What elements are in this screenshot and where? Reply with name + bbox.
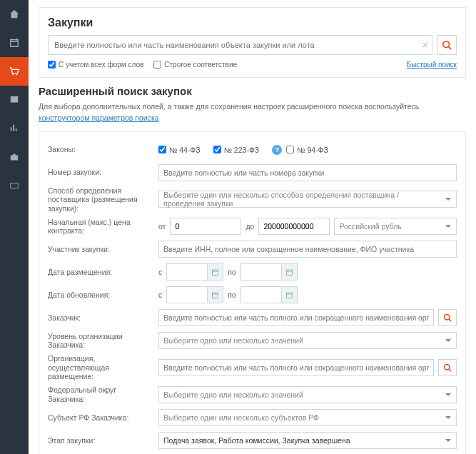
nav-chart[interactable] — [0, 114, 29, 143]
all-forms-checkbox[interactable]: С учетом всех форм слов — [48, 61, 143, 69]
quick-search-link[interactable]: Быстрый поиск — [407, 61, 457, 69]
svg-point-1 — [16, 74, 18, 76]
date-updated-from[interactable] — [166, 286, 223, 303]
svg-rect-7 — [286, 293, 292, 298]
number-input[interactable] — [158, 164, 457, 181]
calendar-icon — [207, 287, 223, 303]
label-org-level: Уровень организации Заказчика: — [48, 332, 158, 350]
clear-search-icon[interactable]: × — [422, 39, 428, 51]
district-select[interactable]: Выберите одно или несколько значений — [158, 386, 457, 403]
constructor-link[interactable]: конструктором параметров поиска — [39, 113, 159, 122]
label-district: Федеральный округ Заказчика: — [48, 385, 158, 403]
advanced-desc: Для выбора дополнительных полей, а также… — [39, 101, 466, 124]
advanced-form: Законы: № 44-ФЗ № 223-ФЗ ? № 94-ФЗ Номер… — [39, 131, 466, 455]
label-number: Номер закупки: — [48, 168, 158, 177]
label-laws: Законы: — [48, 145, 158, 154]
org-place-search-button[interactable] — [438, 359, 457, 376]
sidebar — [0, 0, 29, 454]
nav-home[interactable] — [0, 0, 29, 29]
search-input[interactable] — [48, 35, 432, 55]
org-place-input[interactable] — [158, 359, 434, 376]
date-placed-from[interactable] — [166, 263, 223, 281]
svg-rect-5 — [286, 270, 292, 276]
customer-search-button[interactable] — [438, 309, 457, 326]
date-updated-to[interactable] — [240, 286, 298, 303]
label-price: Начальная (макс.) цена контракта: — [48, 218, 158, 236]
svg-point-8 — [445, 315, 450, 321]
search-button[interactable] — [437, 35, 457, 55]
stage-select[interactable]: Подача заявок, Работа комиссии, Закупка … — [158, 432, 457, 449]
label-date-updated: Дата обновления: — [48, 291, 158, 300]
nav-book[interactable] — [0, 86, 29, 114]
law-44-checkbox[interactable]: № 44-ФЗ — [158, 146, 201, 154]
customer-input[interactable] — [158, 309, 434, 326]
currency-select[interactable]: Российский рубль — [334, 218, 457, 235]
subject-select[interactable]: Выберите один или несколько субъектов РФ — [158, 409, 457, 426]
price-to-input[interactable] — [258, 218, 330, 235]
participant-input[interactable] — [158, 241, 457, 258]
svg-point-9 — [445, 365, 450, 370]
nav-card[interactable] — [0, 171, 29, 200]
page-title: Закупки — [48, 16, 457, 29]
method-select[interactable]: Выберите один или несколько способов опр… — [158, 191, 457, 208]
advanced-title: Расширенный поиск закупок — [39, 85, 466, 97]
svg-point-0 — [12, 74, 14, 76]
svg-rect-4 — [213, 270, 218, 276]
help-icon[interactable]: ? — [272, 145, 282, 155]
label-subject: Субъект РФ Заказчика: — [48, 413, 158, 423]
calendar-icon — [207, 264, 223, 280]
label-stage: Этап закупки: — [48, 436, 158, 445]
nav-purchases[interactable] — [0, 57, 29, 86]
quick-search-section: Закупки × С учетом всех форм слов Строго… — [39, 7, 466, 78]
label-date-placed: Дата размещения: — [48, 268, 158, 277]
label-customer: Заказчик: — [48, 313, 158, 323]
nav-calendar[interactable] — [0, 29, 29, 57]
main-content: Закупки × С учетом всех форм слов Строго… — [29, 0, 476, 454]
law-223-checkbox[interactable]: № 223-ФЗ — [213, 146, 260, 154]
label-method: Способ определения поставщика (размещени… — [48, 186, 158, 213]
svg-rect-6 — [213, 293, 218, 298]
org-level-select[interactable]: Выберите одно или несколько значений — [158, 332, 457, 349]
svg-point-3 — [443, 41, 450, 48]
law-94-checkbox[interactable]: № 94-ФЗ — [286, 146, 328, 154]
strict-checkbox[interactable]: Строгое соответствие — [153, 61, 237, 69]
svg-rect-2 — [11, 183, 19, 188]
label-participant: Участник закупки: — [48, 245, 158, 254]
price-from-input[interactable] — [170, 218, 241, 235]
calendar-icon — [281, 287, 297, 303]
label-org-place: Организация, осуществляющая размещение: — [48, 354, 158, 381]
calendar-icon — [281, 264, 297, 280]
nav-briefcase[interactable] — [0, 143, 29, 171]
date-placed-to[interactable] — [240, 263, 298, 281]
